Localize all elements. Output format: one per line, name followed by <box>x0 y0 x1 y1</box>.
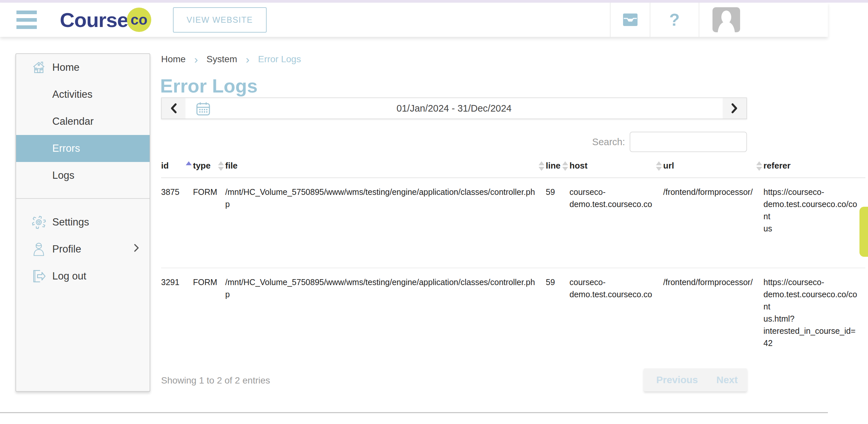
logo[interactable]: Course co <box>60 7 151 32</box>
column-header-id[interactable]: id <box>161 161 193 178</box>
table-row: 3875 FORM /mnt/HC_Volume_5750895/www/wms… <box>161 178 865 268</box>
inbox-button[interactable] <box>610 3 650 37</box>
sort-icon <box>538 161 545 171</box>
hamburger-menu-icon[interactable] <box>17 10 37 29</box>
table-info: Showing 1 to 2 of 2 entries <box>161 375 270 386</box>
feedback-side-tab[interactable] <box>860 207 868 257</box>
chevron-right-icon <box>133 243 140 256</box>
bottom-divider <box>0 412 828 413</box>
cell-line: 59 <box>546 178 569 268</box>
inbox-icon <box>622 13 638 27</box>
column-header-host[interactable]: host <box>569 161 663 178</box>
sidebar-item-activities[interactable]: Activities <box>16 81 150 108</box>
breadcrumb-separator-icon: › <box>246 55 249 64</box>
sidebar-item-label: Home <box>52 61 80 74</box>
sidebar-item-label: Errors <box>52 143 80 154</box>
header-actions: ? <box>610 3 828 37</box>
cell-referer: https://courseco- demo.test.courseco.co/… <box>764 178 865 268</box>
cell-url: /frontend/formprocessor/ <box>663 268 764 367</box>
sidebar-item-logs[interactable]: Logs <box>16 162 150 189</box>
sidebar-item-settings[interactable]: Settings <box>16 209 150 236</box>
sidebar-item-profile[interactable]: Profile <box>16 236 150 263</box>
cell-file: /mnt/HC_Volume_5750895/www/wms/testing/e… <box>225 268 546 367</box>
sidebar-item-label: Settings <box>52 216 89 228</box>
sidebar-item-label: Profile <box>52 243 81 255</box>
error-logs-table: id type file line host <box>161 161 865 367</box>
sidebar-item-calendar[interactable]: Calendar <box>16 108 150 135</box>
sidebar: Home Activities Calendar Errors Logs <box>16 53 150 392</box>
breadcrumb: Home › System › Error Logs <box>161 54 301 64</box>
cell-host: courseco- demo.test.courseco.co <box>569 178 663 268</box>
breadcrumb-separator-icon: › <box>194 55 198 64</box>
sidebar-item-label: Logs <box>52 170 74 181</box>
breadcrumb-current: Error Logs <box>258 54 301 64</box>
table-row: 3291 FORM /mnt/HC_Volume_5750895/www/wms… <box>161 268 865 367</box>
avatar <box>712 7 740 32</box>
person-silhouette-icon <box>712 7 740 32</box>
table-header-row: id type file line host <box>161 161 865 178</box>
breadcrumb-system[interactable]: System <box>207 54 237 64</box>
previous-button[interactable]: Previous <box>656 374 698 386</box>
logo-badge: co <box>127 7 151 32</box>
column-header-file[interactable]: file <box>225 161 546 178</box>
chevron-left-icon <box>170 103 177 114</box>
sidebar-item-errors[interactable]: Errors <box>16 135 150 162</box>
sort-icon <box>756 161 762 171</box>
column-header-line[interactable]: line <box>546 161 569 178</box>
sidebar-item-label: Activities <box>52 89 92 101</box>
calendar-icon <box>195 101 211 119</box>
date-range-bar: 01/Jan/2024 - 31/Dec/2024 <box>161 97 747 119</box>
sidebar-item-logout[interactable]: Log out <box>16 263 150 290</box>
cell-host: courseco- demo.test.courseco.co <box>569 268 663 367</box>
cell-line: 59 <box>546 268 569 367</box>
sidebar-item-label: Calendar <box>52 116 94 128</box>
gear-icon <box>31 215 46 230</box>
date-range-input[interactable]: 01/Jan/2024 - 31/Dec/2024 <box>185 97 723 119</box>
next-button[interactable]: Next <box>716 374 738 386</box>
cell-id: 3875 <box>161 178 193 268</box>
column-header-type[interactable]: type <box>193 161 225 178</box>
page-title: Error Logs <box>160 75 258 97</box>
home-icon <box>31 60 46 75</box>
column-header-url[interactable]: url <box>663 161 764 178</box>
cell-type: FORM <box>193 178 225 268</box>
column-header-referer[interactable]: referer <box>764 161 865 178</box>
sidebar-item-label: Log out <box>52 270 86 282</box>
person-icon <box>31 242 46 257</box>
user-menu[interactable] <box>699 3 828 37</box>
chevron-right-icon <box>731 103 738 114</box>
top-accent-strip <box>0 0 868 3</box>
view-website-button[interactable]: VIEW WEBSITE <box>173 7 267 33</box>
page: Course co VIEW WEBSITE ? <box>0 0 868 424</box>
sort-asc-icon <box>186 161 192 165</box>
sort-icon <box>218 161 224 171</box>
search-input[interactable] <box>630 132 747 152</box>
question-mark-icon: ? <box>670 10 680 30</box>
sort-icon <box>562 161 568 171</box>
sidebar-divider <box>16 198 150 199</box>
cell-referer: https://courseco- demo.test.courseco.co/… <box>764 268 865 367</box>
logout-icon <box>31 268 46 284</box>
search-label: Search: <box>592 137 625 147</box>
app-header: Course co VIEW WEBSITE ? <box>0 3 828 37</box>
pagination: Previous Next <box>644 368 747 391</box>
cell-url: /frontend/formprocessor/ <box>663 178 764 268</box>
help-button[interactable]: ? <box>650 3 699 37</box>
cell-file: /mnt/HC_Volume_5750895/www/wms/testing/e… <box>225 178 546 268</box>
cell-id: 3291 <box>161 268 193 367</box>
cell-type: FORM <box>193 268 225 367</box>
search-row: Search: <box>161 132 747 152</box>
breadcrumb-home[interactable]: Home <box>161 54 186 64</box>
date-next-button[interactable] <box>723 97 747 119</box>
logo-text: Course <box>60 8 128 32</box>
sort-icon <box>656 161 662 171</box>
sidebar-item-home[interactable]: Home <box>16 54 150 81</box>
date-prev-button[interactable] <box>161 97 185 119</box>
date-range-value: 01/Jan/2024 - 31/Dec/2024 <box>397 103 512 114</box>
